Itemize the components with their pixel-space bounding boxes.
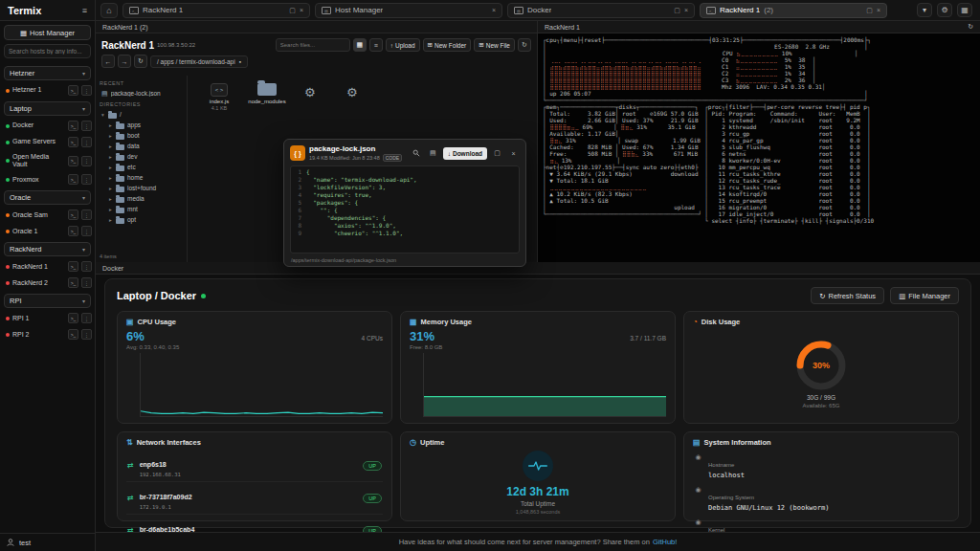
host-search-input[interactable]	[4, 44, 91, 58]
network-interface-row[interactable]: ⇄ br-73718f7a09d2 172.19.0.1 UP	[126, 482, 383, 515]
host-menu-icon[interactable]: ⋮	[81, 85, 92, 96]
terminal-launch-icon[interactable]: >_	[68, 277, 78, 288]
host-item[interactable]: Open Media Vault >_ ⋮	[0, 150, 95, 171]
terminal-launch-icon[interactable]: >_	[68, 226, 78, 236]
host-manager-button[interactable]: ▦ Host Manager	[4, 25, 91, 40]
host-item[interactable]: RPI 2 >_ ⋮	[0, 326, 95, 342]
file-tile-node-modules[interactable]: node_modules	[247, 83, 287, 105]
recent-file-item[interactable]: ▤ package-lock.json	[100, 88, 183, 99]
reconnect-terminal-icon[interactable]: ↻	[968, 23, 973, 31]
file-grid-area[interactable]: < > index.js 4.1 KB node_modules ⚙ ⚙ { }…	[188, 76, 537, 262]
refresh-files-icon[interactable]: ↻	[518, 38, 531, 52]
sidebar-toggle-icon[interactable]: ≡	[82, 6, 87, 15]
search-in-file-icon[interactable]	[411, 147, 423, 160]
file-pane-header[interactable]: RackNerd 1 (2)	[96, 21, 537, 33]
group-racknerd[interactable]: RackNerd ▾	[4, 242, 91, 256]
upload-button[interactable]: ↑ Upload	[386, 38, 420, 52]
host-item[interactable]: RPI 1 >_ ⋮	[0, 310, 95, 326]
host-menu-icon[interactable]: ⋮	[81, 261, 92, 272]
close-tab-icon[interactable]: ×	[684, 7, 688, 14]
directory-item[interactable]: ▸ home	[100, 172, 183, 183]
host-menu-icon[interactable]: ⋮	[81, 226, 92, 236]
preview-icon[interactable]: ▤	[427, 147, 439, 160]
breadcrumb[interactable]: / apps / termix-download-api ▪	[150, 55, 248, 68]
terminal-launch-icon[interactable]: >_	[68, 329, 78, 340]
directory-item[interactable]: ▸ data	[100, 141, 183, 151]
group-laptop[interactable]: Laptop ▾	[4, 101, 91, 116]
directory-item[interactable]: ▸ media	[100, 193, 183, 204]
tools-icon[interactable]: ⚙	[937, 3, 952, 17]
grid-view-toggle[interactable]: ▦	[353, 38, 367, 52]
split-view-icon[interactable]: ▢	[674, 7, 680, 14]
host-item[interactable]: Oracle Sam >_ ⋮	[0, 207, 95, 223]
file-search-input[interactable]	[276, 38, 350, 52]
docker-pane-header[interactable]: Docker	[96, 262, 980, 275]
terminal-launch-icon[interactable]: >_	[68, 156, 78, 166]
host-menu-icon[interactable]: ⋮	[81, 156, 92, 166]
host-menu-icon[interactable]: ⋮	[81, 174, 92, 185]
directory-item[interactable]: ▸ mnt	[100, 204, 183, 214]
terminal-screen[interactable]: ┌cpu┐┤menu├┤reset├──────────────────────…	[538, 33, 980, 262]
terminal-launch-icon[interactable]: >_	[68, 313, 78, 323]
root-directory-item[interactable]: ▾ /	[100, 109, 183, 120]
host-menu-icon[interactable]: ⋮	[81, 209, 92, 220]
host-item[interactable]: RackNerd 2 >_ ⋮	[0, 275, 95, 291]
reload-path-icon[interactable]: ↻	[134, 55, 147, 68]
file-manager-open-button[interactable]: ▥ File Manager	[890, 287, 959, 304]
host-menu-icon[interactable]: ⋮	[81, 313, 92, 323]
network-interface-row[interactable]: ⇄ enp6s18 192.168.68.31 UP	[126, 450, 383, 482]
maximize-icon[interactable]: ▢	[491, 147, 503, 160]
grid-layout-icon[interactable]: ▦	[957, 3, 972, 17]
directory-item[interactable]: ▸ opt	[100, 214, 183, 225]
host-menu-icon[interactable]: ⋮	[81, 121, 92, 131]
new-file-button[interactable]: ⊞ New File	[474, 38, 515, 52]
split-view-icon[interactable]: ▢	[289, 7, 296, 14]
close-tab-icon[interactable]: ×	[877, 7, 880, 14]
list-view-toggle[interactable]: ≡	[369, 38, 383, 52]
group-rpi[interactable]: RPI ▾	[4, 294, 91, 308]
terminal-launch-icon[interactable]: >_	[68, 209, 78, 220]
tab-racknerd-1-terminal[interactable]: >_ RackNerd 1 ▢ ×	[122, 3, 310, 18]
directory-item[interactable]: ▸ lost+found	[100, 183, 183, 193]
new-folder-button[interactable]: ⊞ New Folder	[423, 38, 472, 52]
host-menu-icon[interactable]: ⋮	[81, 329, 92, 340]
close-viewer-icon[interactable]: ×	[507, 147, 520, 160]
terminal-launch-icon[interactable]: >_	[68, 121, 78, 131]
host-item[interactable]: Proxmox >_ ⋮	[0, 171, 95, 187]
close-tab-icon[interactable]: ×	[300, 7, 303, 14]
tab-host-manager[interactable]: ▤ Host Manager ×	[315, 3, 502, 18]
forward-icon[interactable]: →	[118, 55, 131, 68]
host-menu-icon[interactable]: ⋮	[81, 277, 92, 288]
group-oracle[interactable]: Oracle ▾	[4, 190, 91, 205]
file-tile-index-js[interactable]: < > index.js 4.1 KB	[199, 83, 239, 111]
back-icon[interactable]: ←	[101, 55, 115, 68]
directory-item[interactable]: ▸ dev	[100, 151, 183, 162]
terminal-launch-icon[interactable]: >_	[68, 174, 78, 185]
tab-racknerd-1-active[interactable]: >_ RackNerd 1 (2) ▢ ×	[700, 3, 887, 18]
tab-docker[interactable]: ▤ Docker ▢ ×	[507, 3, 695, 18]
edit-path-icon[interactable]: ▪	[239, 58, 241, 65]
directory-item[interactable]: ▸ apps	[100, 120, 183, 130]
host-item[interactable]: Oracle 1 >_ ⋮	[0, 223, 95, 239]
directory-item[interactable]: ▸ etc	[100, 162, 183, 172]
host-item[interactable]: Hetzner 1 >_ ⋮	[0, 82, 95, 99]
host-menu-icon[interactable]: ⋮	[81, 137, 92, 147]
host-item[interactable]: RackNerd 1 >_ ⋮	[0, 258, 95, 275]
host-item[interactable]: Game Servers >_ ⋮	[0, 134, 95, 150]
download-button[interactable]: ↓ Download	[443, 147, 487, 160]
home-tab-button[interactable]: ⌂	[100, 3, 118, 18]
terminal-launch-icon[interactable]: >_	[68, 137, 78, 147]
terminal-launch-icon[interactable]: >_	[68, 261, 78, 272]
close-tab-icon[interactable]: ×	[492, 7, 496, 13]
terminal-launch-icon[interactable]: >_	[68, 85, 78, 96]
refresh-status-button[interactable]: ↻ Refresh Status	[811, 287, 884, 304]
terminal-pane-header[interactable]: RackNerd 1 ↻	[538, 21, 980, 33]
group-hetzner[interactable]: Hetzner ▾	[4, 66, 91, 80]
host-item[interactable]: Docker >_ ⋮	[0, 118, 95, 134]
github-link[interactable]: GitHub!	[653, 538, 677, 546]
split-view-icon[interactable]: ▢	[866, 7, 873, 14]
tab-overflow-chevron-icon[interactable]: ▾	[917, 3, 932, 17]
code-view[interactable]: 1 { 2 "name": "termix-download-api", 3 "…	[290, 165, 520, 253]
directory-item[interactable]: ▸ boot	[100, 130, 183, 141]
user-profile-row[interactable]: test	[0, 533, 95, 551]
